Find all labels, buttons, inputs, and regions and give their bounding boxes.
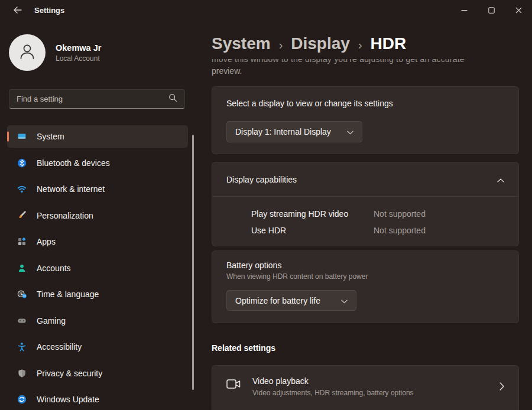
sidebar-item-personalization[interactable]: Personalization: [7, 204, 188, 227]
sidebar-item-accessibility[interactable]: Accessibility: [7, 336, 188, 358]
accessibility-icon: [17, 342, 27, 352]
breadcrumb-separator: ›: [358, 38, 362, 52]
sidebar-item-accounts[interactable]: Accounts: [7, 257, 188, 279]
video-playback-subtitle: Video adjustments, HDR streaming, batter…: [252, 388, 489, 398]
sidebar-item-windows-update[interactable]: Windows Update: [7, 388, 188, 410]
select-display-label: Select a display to view or change its s…: [226, 99, 504, 108]
breadcrumb: System › Display › HDR: [212, 34, 519, 53]
profile-name: Okemwa Jr: [56, 43, 101, 53]
main-content: System › Display › HDR move this window …: [212, 0, 519, 410]
sidebar-scrollbar[interactable]: [192, 135, 194, 390]
privacy-security-icon: [17, 369, 27, 378]
sidebar-item-privacy-security[interactable]: Privacy & security: [7, 362, 188, 385]
select-display-card: Select a display to view or change its s…: [212, 86, 519, 154]
back-arrow-icon: [13, 5, 22, 16]
capability-value: Not supported: [374, 226, 426, 235]
breadcrumb-display[interactable]: Display: [291, 34, 350, 53]
search-box[interactable]: [9, 89, 185, 109]
person-icon: [17, 41, 37, 64]
intro-text-tail: preview.: [212, 65, 519, 77]
video-camera-icon: [226, 382, 241, 392]
chevron-right-icon: [499, 382, 504, 393]
selected-indicator: [7, 132, 9, 142]
avatar: [9, 34, 46, 71]
display-capabilities-card: Display capabilities Play streaming HDR …: [212, 162, 519, 246]
display-capabilities-title: Display capabilities: [226, 175, 297, 184]
windows-update-icon: [17, 395, 27, 404]
battery-options-subtitle: When viewing HDR content on battery powe…: [226, 272, 504, 281]
sidebar-item-label: Windows Update: [37, 395, 99, 404]
sidebar-item-apps[interactable]: Apps: [7, 230, 188, 253]
breadcrumb-separator: ›: [279, 38, 283, 52]
intro-text-clipped: move this window to the display you're a…: [212, 59, 519, 64]
sidebar-item-label: Apps: [37, 237, 56, 246]
sidebar-item-label: Personalization: [37, 211, 93, 220]
display-select-value: Display 1: Internal Display: [235, 127, 331, 136]
apps-icon: [17, 237, 27, 246]
capability-row: Use HDR Not supported: [251, 222, 504, 239]
sidebar-nav: System Bluetooth & devices Network & int…: [7, 125, 188, 410]
sidebar-item-label: Accounts: [37, 263, 71, 273]
sidebar-item-label: Bluetooth & devices: [37, 158, 110, 168]
video-playback-card[interactable]: Video playback Video adjustments, HDR st…: [212, 365, 519, 410]
system-icon: [17, 132, 27, 141]
sidebar-item-label: System: [37, 132, 64, 141]
breadcrumb-hdr: HDR: [371, 34, 407, 53]
accounts-icon: [17, 263, 27, 273]
sidebar-item-network-internet[interactable]: Network & internet: [7, 178, 188, 200]
display-select-dropdown[interactable]: Display 1: Internal Display: [226, 121, 362, 142]
capability-row: Play streaming HDR video Not supported: [251, 206, 504, 222]
profile-account-type: Local Account: [56, 54, 101, 63]
display-capabilities-expander[interactable]: Display capabilities: [212, 162, 518, 196]
back-button[interactable]: [6, 1, 28, 20]
battery-options-card: Battery options When viewing HDR content…: [212, 250, 519, 323]
app-title: Settings: [34, 0, 64, 21]
sidebar-item-label: Accessibility: [37, 342, 82, 352]
battery-options-value: Optimize for battery life: [235, 296, 320, 305]
sidebar-item-label: Network & internet: [37, 184, 105, 194]
search-icon: [168, 93, 177, 105]
breadcrumb-system[interactable]: System: [212, 34, 271, 53]
capability-label: Use HDR: [251, 226, 374, 235]
battery-options-title: Battery options: [226, 261, 504, 270]
search-input[interactable]: [17, 95, 168, 103]
user-profile: Okemwa Jr Local Account: [9, 34, 101, 71]
battery-options-dropdown[interactable]: Optimize for battery life: [226, 290, 356, 311]
network-icon: [17, 184, 27, 194]
sidebar-item-label: Time & language: [37, 289, 99, 299]
capability-label: Play streaming HDR video: [251, 209, 374, 219]
bluetooth-icon: [17, 158, 27, 168]
sidebar-item-bluetooth-devices[interactable]: Bluetooth & devices: [7, 152, 188, 174]
gaming-icon: [17, 316, 27, 326]
personalization-icon: [17, 211, 27, 220]
time-language-icon: [17, 289, 27, 299]
sidebar-item-time-language[interactable]: Time & language: [7, 283, 188, 305]
related-settings-heading: Related settings: [212, 343, 519, 353]
sidebar-item-system[interactable]: System: [7, 125, 188, 148]
sidebar-item-label: Privacy & security: [37, 369, 102, 378]
sidebar-item-gaming[interactable]: Gaming: [7, 310, 188, 332]
chevron-down-icon: [347, 126, 353, 137]
chevron-up-icon: [497, 174, 504, 185]
video-playback-title: Video playback: [252, 375, 489, 387]
chevron-down-icon: [341, 295, 348, 306]
capability-value: Not supported: [374, 209, 426, 219]
sidebar-item-label: Gaming: [37, 316, 66, 326]
